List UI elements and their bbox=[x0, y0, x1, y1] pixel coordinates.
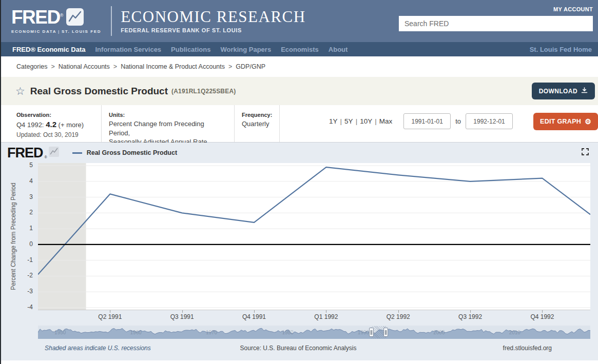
bank-subtitle: FEDERAL RESERVE BANK OF ST. LOUIS bbox=[121, 27, 306, 33]
observation-label: Observation: bbox=[16, 112, 94, 118]
y-tick-label: 4 bbox=[17, 177, 33, 185]
nav-item-working-papers[interactable]: Working Papers bbox=[220, 46, 271, 53]
fred-logo-chart-icon bbox=[66, 8, 84, 28]
graph-section: FRED ® Real Gross Domestic Product Perce… bbox=[1, 143, 598, 360]
download-button[interactable]: DOWNLOAD bbox=[532, 83, 595, 99]
fullscreen-icon[interactable] bbox=[582, 148, 589, 157]
favorite-star-icon[interactable]: ☆ bbox=[15, 86, 25, 96]
nav-item-publications[interactable]: Publications bbox=[171, 46, 210, 53]
nav-item-information-services[interactable]: Information Services bbox=[95, 46, 162, 53]
x-tick-label: Q1 1992 bbox=[305, 313, 346, 320]
handle-grip-icon bbox=[385, 330, 387, 335]
legend-line-swatch bbox=[72, 152, 82, 154]
scrubber-handle-end[interactable] bbox=[383, 328, 388, 337]
y-tick-label: 1 bbox=[17, 225, 33, 232]
breadcrumb: Categories > National Accounts > Nationa… bbox=[1, 56, 598, 77]
scrubber-decade-label: 1980 bbox=[282, 330, 293, 335]
preset-max[interactable]: Max bbox=[379, 117, 393, 125]
nav-item-about[interactable]: About bbox=[329, 46, 348, 53]
breadcrumb-separator: > bbox=[51, 63, 54, 70]
y-tick-label: -1 bbox=[17, 256, 33, 264]
scrubber-decade-label: 1960 bbox=[130, 330, 142, 335]
preset-1y[interactable]: 1Y bbox=[329, 117, 338, 125]
page-title: Real Gross Domestic Product bbox=[30, 86, 168, 97]
series-title-bar: ☆ Real Gross Domestic Product (A191RL1Q2… bbox=[1, 77, 598, 105]
nav-item-economists[interactable]: Economists bbox=[281, 46, 319, 53]
y-axis-title: Percent Change from Preceding Period bbox=[10, 183, 17, 290]
search-input[interactable] bbox=[399, 16, 593, 31]
y-tick-label: -4 bbox=[17, 304, 33, 311]
legend-label: Real Gross Domestic Product bbox=[87, 149, 177, 156]
y-tick-label: 5 bbox=[17, 161, 33, 169]
observation-value-line: Q4 1992: 4.2 (+ more) bbox=[16, 119, 94, 130]
preset-5y[interactable]: 5Y bbox=[344, 117, 353, 125]
x-tick-mark bbox=[326, 310, 326, 313]
end-date-input[interactable] bbox=[466, 113, 513, 129]
y-tick-label: 0 bbox=[17, 240, 33, 248]
x-axis-ticks: Q2 1991Q3 1991Q4 1991Q1 1992Q2 1992Q3 19… bbox=[38, 310, 590, 321]
preset-separator: | bbox=[356, 117, 358, 125]
breadcrumb-nipa[interactable]: National Income & Product Accounts bbox=[121, 63, 225, 70]
site-url: fred.stlouisfed.org bbox=[503, 345, 552, 352]
fred-watermark-logo: FRED ® bbox=[7, 147, 59, 159]
economic-research-title: ECONOMIC RESEARCH bbox=[121, 9, 306, 25]
fred-logo-text: FRED® bbox=[11, 8, 63, 26]
x-tick-mark bbox=[398, 310, 399, 313]
updated-date: Updated: Oct 30, 2019 bbox=[16, 131, 94, 138]
scrubber-area-fill bbox=[38, 328, 590, 339]
start-date-input[interactable] bbox=[403, 113, 451, 129]
scrubber-decade-label: 1970 bbox=[206, 330, 217, 335]
nav-item-stlouis-fed-home[interactable]: St. Louis Fed Home bbox=[530, 46, 592, 53]
frequency-label: Frequency: bbox=[242, 112, 272, 118]
frequency-value: Quarterly bbox=[242, 119, 272, 129]
x-tick-label: Q2 1992 bbox=[378, 313, 419, 320]
x-tick-mark bbox=[470, 310, 471, 313]
fred-logo[interactable]: FRED® ECONOMIC DATA|ST. LOUIS FED bbox=[11, 8, 101, 34]
series-id: (A191RL1Q225SBEA) bbox=[171, 88, 236, 95]
breadcrumb-separator: > bbox=[228, 63, 232, 70]
chart-plot-area: Percent Change from Preceding Period 543… bbox=[38, 163, 590, 321]
registered-mark: ® bbox=[45, 155, 47, 159]
x-tick-mark bbox=[182, 310, 183, 313]
recession-note: Shaded areas indicate U.S. recessions bbox=[45, 345, 151, 352]
fred-watermark-chart-icon bbox=[49, 147, 59, 159]
scrubber-decade-label: 2000 bbox=[433, 330, 445, 335]
x-tick-label: Q3 1991 bbox=[162, 313, 203, 320]
preset-separator: | bbox=[375, 117, 377, 125]
breadcrumb-gdp-gnp[interactable]: GDP/GNP bbox=[236, 63, 265, 70]
my-account-link[interactable]: MY ACCOUNT bbox=[398, 6, 593, 12]
gear-icon: ⚙ bbox=[585, 118, 591, 125]
primary-nav: FRED® Economic Data Information Services… bbox=[1, 42, 598, 56]
economic-research-block: ECONOMIC RESEARCH FEDERAL RESERVE BANK O… bbox=[121, 9, 306, 33]
gdp-line-chart bbox=[38, 163, 590, 310]
x-tick-label: Q4 1991 bbox=[234, 313, 275, 320]
units-label: Units: bbox=[109, 112, 227, 118]
y-tick-label: 2 bbox=[17, 209, 33, 216]
scrubber-handle-start[interactable] bbox=[369, 328, 374, 337]
breadcrumb-national-accounts[interactable]: National Accounts bbox=[59, 63, 110, 70]
to-label: to bbox=[455, 117, 461, 125]
scrubber-decade-label: 1990 bbox=[358, 330, 369, 335]
edit-graph-button[interactable]: EDIT GRAPH ⚙ bbox=[533, 113, 598, 130]
gdp-series-line bbox=[38, 167, 590, 274]
download-icon bbox=[581, 87, 588, 95]
scrubber-decade-label: 1950 bbox=[54, 330, 66, 335]
breadcrumb-categories[interactable]: Categories bbox=[16, 63, 47, 70]
graph-footer: Shaded areas indicate U.S. recessions So… bbox=[1, 345, 598, 352]
x-tick-mark bbox=[542, 310, 543, 313]
chart-header: FRED ® Real Gross Domestic Product bbox=[1, 143, 598, 163]
series-meta-row: Observation: Q4 1992: 4.2 (+ more) Updat… bbox=[1, 105, 598, 143]
observation-value: 4.2 bbox=[46, 120, 56, 129]
header-divider bbox=[111, 6, 112, 36]
preset-10y[interactable]: 10Y bbox=[360, 117, 372, 125]
scrubber-mini-chart bbox=[38, 326, 590, 339]
date-range-scrubber[interactable]: 1950196019701980199020002010 bbox=[38, 326, 590, 339]
x-tick-mark bbox=[254, 310, 255, 313]
site-header: FRED® ECONOMIC DATA|ST. LOUIS FED ECONOM… bbox=[1, 0, 598, 42]
observation-panel: Observation: Q4 1992: 4.2 (+ more) Updat… bbox=[1, 105, 102, 142]
y-tick-label: -2 bbox=[17, 272, 33, 279]
x-tick-label: Q3 1992 bbox=[450, 313, 491, 320]
more-observations-link[interactable]: (+ more) bbox=[59, 121, 84, 129]
nav-item-fred-economic-data[interactable]: FRED® Economic Data bbox=[12, 46, 86, 53]
date-range-controls: 1Y|5Y|10Y|Max to EDIT GRAPH ⚙ bbox=[329, 105, 598, 136]
